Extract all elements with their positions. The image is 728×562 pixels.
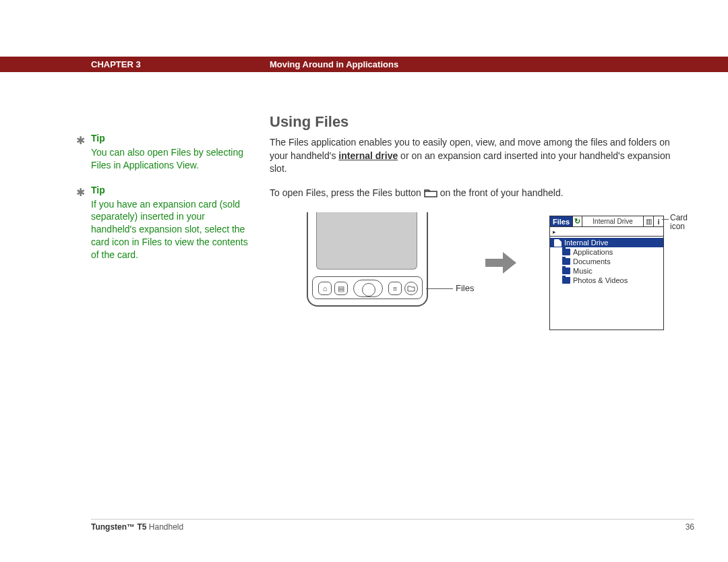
tip-label: Tip xyxy=(91,133,105,144)
files-button-icon xyxy=(404,282,418,295)
drive-selector[interactable]: Internal Drive xyxy=(582,218,643,225)
item-label: Music xyxy=(573,267,593,275)
main-content: Using Files The Files application enable… xyxy=(270,113,688,212)
chevron-right-icon: ▸ xyxy=(553,228,556,235)
list-item[interactable]: Documents xyxy=(550,257,663,266)
chapter-title: Moving Around in Applications xyxy=(270,59,398,69)
page-footer: Tungsten™ T5 Handheld 36 xyxy=(91,519,694,532)
tip-heading: ✱ Tip xyxy=(78,184,249,197)
card-icon-label: Card icon xyxy=(670,214,701,231)
sidebar-tips: ✱ Tip You can also open Files by selecti… xyxy=(78,132,249,274)
folder-icon xyxy=(562,258,570,265)
product-rest: Handheld xyxy=(146,522,183,532)
product-name: Tungsten™ T5 Handheld xyxy=(91,522,183,532)
page-number: 36 xyxy=(686,522,694,532)
contacts-button-icon: ≡ xyxy=(388,282,402,295)
asterisk-icon: ✱ xyxy=(76,185,85,200)
product-bold: Tungsten™ T5 xyxy=(91,522,146,532)
item-label: Photos & Videos xyxy=(573,276,628,284)
calendar-button-icon: ▤ xyxy=(334,282,348,295)
card-icon[interactable]: ▥ xyxy=(643,216,653,226)
list-item[interactable]: Applications xyxy=(550,247,663,257)
folder-icon xyxy=(562,268,570,274)
drive-icon xyxy=(554,239,562,247)
home-button-icon: ⌂ xyxy=(318,282,332,295)
folder-icon xyxy=(424,188,437,202)
asterisk-icon: ✱ xyxy=(76,133,85,148)
folder-icon xyxy=(562,277,570,284)
folder-icon xyxy=(562,249,570,255)
paragraph: To open Files, press the Files button on… xyxy=(270,187,688,202)
text: To open Files, press the Files button xyxy=(270,187,424,198)
paragraph: The Files application enables you to eas… xyxy=(270,136,688,176)
leader-line xyxy=(426,288,453,289)
arrow-right-icon xyxy=(484,249,518,276)
files-title: Files xyxy=(550,216,573,226)
files-button-label: Files xyxy=(456,283,474,293)
files-app-window: Files ↻ Internal Drive ▥ i ▸ Internal Dr… xyxy=(549,216,664,330)
item-label: Documents xyxy=(573,257,611,266)
leader-line xyxy=(662,219,669,220)
tip-body: You can also open Files by selecting Fil… xyxy=(78,146,249,172)
text: on the front of your handheld. xyxy=(437,187,564,198)
files-titlebar: Files ↻ Internal Drive ▥ i xyxy=(550,216,663,227)
refresh-icon: ↻ xyxy=(573,216,582,226)
page-title: Using Files xyxy=(270,113,688,131)
chapter-header: CHAPTER 3 Moving Around in Applications xyxy=(0,57,728,72)
files-list: Internal Drive Applications Documents Mu… xyxy=(550,237,663,286)
tip-body: If you have an expansion card (sold sepa… xyxy=(78,198,249,261)
list-item[interactable]: Music xyxy=(550,266,663,276)
internal-drive-link[interactable]: internal drive xyxy=(338,150,398,161)
navigator-icon xyxy=(353,280,383,297)
list-item[interactable]: Photos & Videos xyxy=(550,276,663,285)
info-icon[interactable]: i xyxy=(653,216,663,226)
tip-heading: ✱ Tip xyxy=(78,132,249,145)
tip-block: ✱ Tip If you have an expansion card (sol… xyxy=(78,184,249,261)
tip-block: ✱ Tip You can also open Files by selecti… xyxy=(78,132,249,172)
tip-label: Tip xyxy=(91,185,105,195)
list-item[interactable]: Internal Drive xyxy=(550,238,663,247)
handheld-illustration: ⌂ ▤ ≡ xyxy=(283,212,431,307)
figure: ⌂ ▤ ≡ Files Files ↻ Internal Drive ▥ i ▸ xyxy=(270,212,701,347)
chapter-number: CHAPTER 3 xyxy=(91,59,270,69)
item-label: Applications xyxy=(573,248,613,256)
item-label: Internal Drive xyxy=(564,239,608,247)
path-bar: ▸ xyxy=(550,227,663,237)
